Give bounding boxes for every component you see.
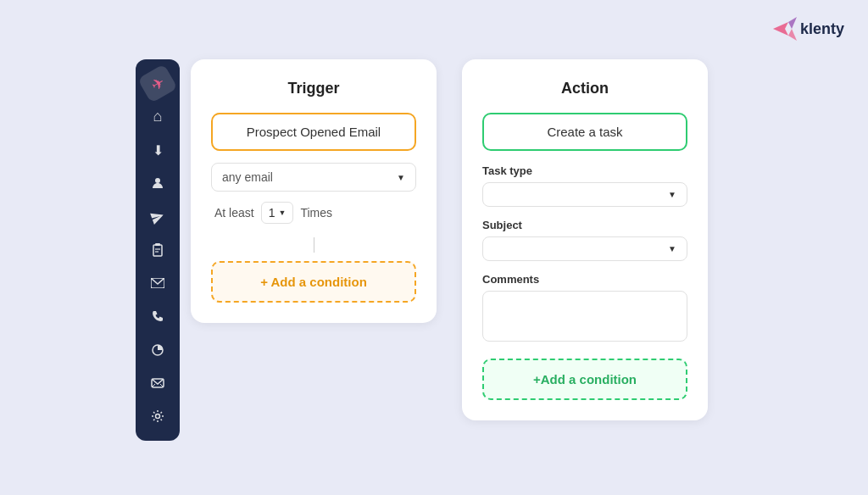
sidebar-icon-user[interactable]	[142, 170, 173, 197]
at-least-row: At least 1 ▼ Times	[211, 202, 416, 224]
sidebar-icon-settings[interactable]	[142, 403, 173, 431]
at-least-value: 1	[269, 206, 275, 220]
sidebar-icon-clipboard[interactable]	[142, 236, 173, 264]
subject-select[interactable]: ▼	[482, 236, 687, 261]
comments-textarea[interactable]	[482, 291, 687, 342]
sidebar-icon-email[interactable]	[142, 270, 173, 298]
email-select-value: any email	[222, 170, 273, 184]
sidebar: ✈ ⌂ ⬇	[136, 59, 180, 441]
at-least-select[interactable]: 1 ▼	[261, 202, 294, 224]
at-least-label: At least	[214, 206, 254, 220]
task-type-label: Task type	[482, 164, 687, 177]
at-least-arrow: ▼	[279, 209, 287, 217]
subject-label: Subject	[482, 219, 687, 231]
sidebar-icon-home[interactable]: ⌂	[142, 103, 173, 131]
add-condition-button[interactable]: + Add a condition	[211, 261, 416, 303]
email-select[interactable]: any email ▼	[211, 163, 416, 192]
action-name-box: Create a task	[482, 113, 687, 151]
svg-marker-1	[788, 17, 797, 29]
action-add-condition-button[interactable]: +Add a condition	[482, 359, 687, 400]
svg-text:klenty: klenty	[800, 20, 844, 37]
svg-point-14	[156, 414, 160, 419]
sidebar-icon-chart[interactable]	[142, 336, 173, 364]
sidebar-icon-download[interactable]: ⬇	[142, 136, 173, 164]
task-type-arrow: ▼	[668, 190, 676, 199]
svg-rect-6	[155, 243, 160, 246]
task-type-select[interactable]: ▼	[482, 182, 687, 207]
trigger-card-title: Trigger	[211, 80, 416, 97]
svg-point-4	[155, 178, 160, 183]
svg-marker-0	[773, 22, 788, 36]
times-label: Times	[300, 206, 332, 220]
klenty-logo: klenty	[771, 15, 848, 46]
trigger-name-box: Prospect Opened Email	[211, 113, 416, 151]
main-content: Trigger Prospect Opened Email any email …	[191, 59, 843, 457]
svg-marker-2	[788, 29, 797, 41]
sidebar-icon-phone[interactable]	[142, 303, 173, 331]
subject-arrow: ▼	[668, 244, 676, 253]
sidebar-icon-paper-plane[interactable]	[138, 198, 176, 236]
action-card: Action Create a task Task type ▼ Subject…	[462, 59, 708, 420]
sidebar-icon-send[interactable]: ✈	[137, 64, 178, 103]
svg-rect-5	[153, 245, 162, 256]
sidebar-icon-mail2[interactable]	[142, 369, 173, 397]
action-card-title: Action	[482, 80, 687, 97]
connector-line	[314, 237, 314, 253]
comments-label: Comments	[482, 273, 687, 286]
email-select-arrow: ▼	[397, 173, 405, 182]
trigger-card: Trigger Prospect Opened Email any email …	[191, 59, 437, 323]
